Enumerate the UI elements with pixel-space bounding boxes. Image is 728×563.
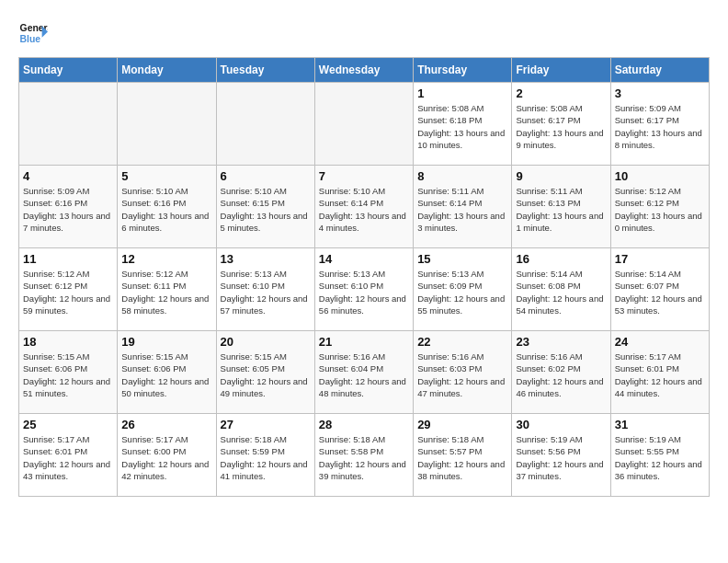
day-header-wednesday: Wednesday <box>314 58 413 83</box>
calendar-cell: 14Sunrise: 5:13 AMSunset: 6:10 PMDayligh… <box>314 248 413 331</box>
calendar-cell: 22Sunrise: 5:16 AMSunset: 6:03 PMDayligh… <box>414 331 512 414</box>
day-info: Sunrise: 5:17 AMSunset: 6:01 PMDaylight:… <box>615 350 705 399</box>
calendar-week-3: 11Sunrise: 5:12 AMSunset: 6:12 PMDayligh… <box>19 248 710 331</box>
day-number: 27 <box>221 418 311 431</box>
day-number: 6 <box>221 169 311 183</box>
calendar: SundayMondayTuesdayWednesdayThursdayFrid… <box>18 57 710 497</box>
calendar-week-2: 4Sunrise: 5:09 AMSunset: 6:16 PMDaylight… <box>19 166 710 248</box>
day-info: Sunrise: 5:16 AMSunset: 6:02 PMDaylight:… <box>516 350 606 399</box>
day-number: 16 <box>516 252 606 266</box>
day-header-thursday: Thursday <box>414 58 512 83</box>
calendar-week-5: 25Sunrise: 5:17 AMSunset: 6:01 PMDayligh… <box>19 414 710 497</box>
calendar-cell: 7Sunrise: 5:10 AMSunset: 6:14 PMDaylight… <box>314 166 413 248</box>
day-number: 26 <box>121 418 211 431</box>
day-number: 14 <box>319 252 409 266</box>
calendar-cell: 12Sunrise: 5:12 AMSunset: 6:11 PMDayligh… <box>118 248 216 331</box>
calendar-cell: 24Sunrise: 5:17 AMSunset: 6:01 PMDayligh… <box>610 331 709 414</box>
day-info: Sunrise: 5:19 AMSunset: 5:56 PMDaylight:… <box>516 433 606 482</box>
calendar-cell: 25Sunrise: 5:17 AMSunset: 6:01 PMDayligh… <box>19 414 118 497</box>
day-header-monday: Monday <box>118 58 216 83</box>
day-number: 23 <box>516 335 606 349</box>
calendar-cell: 3Sunrise: 5:09 AMSunset: 6:17 PMDaylight… <box>610 83 709 166</box>
day-info: Sunrise: 5:12 AMSunset: 6:12 PMDaylight:… <box>615 185 705 234</box>
day-number: 17 <box>615 252 705 266</box>
day-number: 15 <box>417 252 507 266</box>
day-number: 2 <box>516 86 606 100</box>
calendar-cell <box>216 83 314 166</box>
calendar-cell: 11Sunrise: 5:12 AMSunset: 6:12 PMDayligh… <box>19 248 118 331</box>
day-info: Sunrise: 5:09 AMSunset: 6:17 PMDaylight:… <box>615 102 705 151</box>
day-number: 1 <box>417 86 507 100</box>
day-info: Sunrise: 5:18 AMSunset: 5:58 PMDaylight:… <box>319 433 409 482</box>
day-info: Sunrise: 5:14 AMSunset: 6:08 PMDaylight:… <box>516 268 606 316</box>
day-info: Sunrise: 5:13 AMSunset: 6:09 PMDaylight:… <box>417 268 507 316</box>
day-number: 31 <box>615 418 705 431</box>
calendar-cell: 19Sunrise: 5:15 AMSunset: 6:06 PMDayligh… <box>118 331 216 414</box>
day-header-friday: Friday <box>512 58 610 83</box>
calendar-cell: 17Sunrise: 5:14 AMSunset: 6:07 PMDayligh… <box>610 248 709 331</box>
day-number: 30 <box>516 418 606 431</box>
calendar-cell <box>314 83 413 166</box>
day-number: 25 <box>23 418 113 431</box>
calendar-cell: 8Sunrise: 5:11 AMSunset: 6:14 PMDaylight… <box>414 166 512 248</box>
calendar-cell: 31Sunrise: 5:19 AMSunset: 5:55 PMDayligh… <box>610 414 709 497</box>
calendar-cell: 28Sunrise: 5:18 AMSunset: 5:58 PMDayligh… <box>314 414 413 497</box>
day-info: Sunrise: 5:09 AMSunset: 6:16 PMDaylight:… <box>23 185 113 234</box>
calendar-cell: 15Sunrise: 5:13 AMSunset: 6:09 PMDayligh… <box>414 248 512 331</box>
day-info: Sunrise: 5:10 AMSunset: 6:14 PMDaylight:… <box>319 185 409 234</box>
day-number: 19 <box>121 335 211 349</box>
day-number: 9 <box>516 169 606 183</box>
day-number: 10 <box>615 169 705 183</box>
day-info: Sunrise: 5:11 AMSunset: 6:13 PMDaylight:… <box>516 185 606 234</box>
day-info: Sunrise: 5:16 AMSunset: 6:03 PMDaylight:… <box>417 350 507 399</box>
header: General Blue <box>18 18 710 48</box>
day-number: 22 <box>417 335 507 349</box>
day-number: 5 <box>121 169 211 183</box>
day-number: 3 <box>615 86 705 100</box>
calendar-week-4: 18Sunrise: 5:15 AMSunset: 6:06 PMDayligh… <box>19 331 710 414</box>
day-info: Sunrise: 5:08 AMSunset: 6:17 PMDaylight:… <box>516 102 606 151</box>
day-number: 24 <box>615 335 705 349</box>
calendar-cell: 10Sunrise: 5:12 AMSunset: 6:12 PMDayligh… <box>610 166 709 248</box>
day-info: Sunrise: 5:10 AMSunset: 6:15 PMDaylight:… <box>221 185 311 234</box>
day-info: Sunrise: 5:15 AMSunset: 6:06 PMDaylight:… <box>23 350 113 399</box>
calendar-cell: 6Sunrise: 5:10 AMSunset: 6:15 PMDaylight… <box>216 166 314 248</box>
calendar-cell <box>118 83 216 166</box>
day-info: Sunrise: 5:15 AMSunset: 6:06 PMDaylight:… <box>121 350 211 399</box>
calendar-cell: 5Sunrise: 5:10 AMSunset: 6:16 PMDaylight… <box>118 166 216 248</box>
day-info: Sunrise: 5:13 AMSunset: 6:10 PMDaylight:… <box>319 268 409 316</box>
day-info: Sunrise: 5:11 AMSunset: 6:14 PMDaylight:… <box>417 185 507 234</box>
day-header-sunday: Sunday <box>19 58 118 83</box>
day-info: Sunrise: 5:15 AMSunset: 6:05 PMDaylight:… <box>221 350 311 399</box>
day-info: Sunrise: 5:13 AMSunset: 6:10 PMDaylight:… <box>221 268 311 316</box>
day-number: 20 <box>221 335 311 349</box>
day-number: 28 <box>319 418 409 431</box>
calendar-week-1: 1Sunrise: 5:08 AMSunset: 6:18 PMDaylight… <box>19 83 710 166</box>
day-info: Sunrise: 5:10 AMSunset: 6:16 PMDaylight:… <box>121 185 211 234</box>
calendar-cell: 9Sunrise: 5:11 AMSunset: 6:13 PMDaylight… <box>512 166 610 248</box>
day-header-tuesday: Tuesday <box>216 58 314 83</box>
day-info: Sunrise: 5:08 AMSunset: 6:18 PMDaylight:… <box>417 102 507 151</box>
logo: General Blue <box>18 18 48 48</box>
day-number: 12 <box>121 252 211 266</box>
calendar-cell: 4Sunrise: 5:09 AMSunset: 6:16 PMDaylight… <box>19 166 118 248</box>
calendar-cell: 29Sunrise: 5:18 AMSunset: 5:57 PMDayligh… <box>414 414 512 497</box>
calendar-cell: 30Sunrise: 5:19 AMSunset: 5:56 PMDayligh… <box>512 414 610 497</box>
day-info: Sunrise: 5:17 AMSunset: 6:00 PMDaylight:… <box>121 433 211 482</box>
day-info: Sunrise: 5:12 AMSunset: 6:11 PMDaylight:… <box>121 268 211 316</box>
day-number: 21 <box>319 335 409 349</box>
day-info: Sunrise: 5:18 AMSunset: 5:59 PMDaylight:… <box>221 433 311 482</box>
calendar-cell: 16Sunrise: 5:14 AMSunset: 6:08 PMDayligh… <box>512 248 610 331</box>
calendar-cell: 18Sunrise: 5:15 AMSunset: 6:06 PMDayligh… <box>19 331 118 414</box>
day-number: 8 <box>417 169 507 183</box>
day-number: 29 <box>417 418 507 431</box>
day-info: Sunrise: 5:19 AMSunset: 5:55 PMDaylight:… <box>615 433 705 482</box>
day-number: 11 <box>23 252 113 266</box>
calendar-cell: 20Sunrise: 5:15 AMSunset: 6:05 PMDayligh… <box>216 331 314 414</box>
calendar-cell <box>19 83 118 166</box>
day-info: Sunrise: 5:16 AMSunset: 6:04 PMDaylight:… <box>319 350 409 399</box>
day-number: 4 <box>23 169 113 183</box>
calendar-cell: 23Sunrise: 5:16 AMSunset: 6:02 PMDayligh… <box>512 331 610 414</box>
calendar-cell: 21Sunrise: 5:16 AMSunset: 6:04 PMDayligh… <box>314 331 413 414</box>
calendar-cell: 26Sunrise: 5:17 AMSunset: 6:00 PMDayligh… <box>118 414 216 497</box>
